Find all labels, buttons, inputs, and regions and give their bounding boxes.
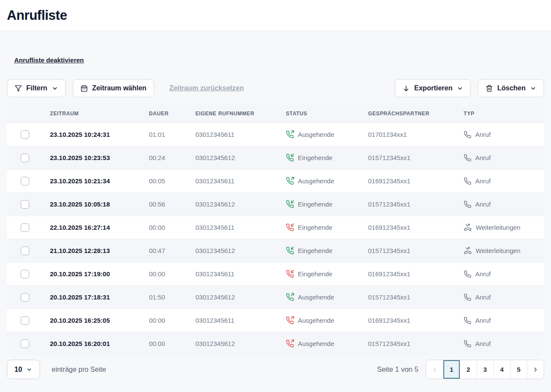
delete-button[interactable]: Löschen	[478, 79, 544, 97]
row-select-cell	[7, 340, 50, 348]
row-checkbox[interactable]	[21, 270, 29, 278]
cell-gespraechspartner: 015712345xx1	[368, 201, 464, 208]
row-select-cell	[7, 177, 50, 185]
top-header-bar: Anrufliste	[0, 0, 551, 31]
pagination-page-5[interactable]: 5	[510, 360, 527, 379]
calendar-icon	[80, 85, 88, 92]
phone-incoming-icon	[286, 154, 294, 162]
row-checkbox[interactable]	[21, 130, 29, 139]
column-header-status: STATUS	[286, 111, 368, 117]
cell-typ: Anruf	[464, 131, 544, 139]
row-select-cell	[7, 270, 50, 278]
cell-status: Ausgehende	[286, 340, 368, 348]
cell-status: Eingehende	[286, 270, 368, 278]
cell-typ: Anruf	[464, 154, 544, 162]
chevron-down-icon	[26, 367, 32, 373]
filter-button-label: Filtern	[26, 84, 47, 92]
phone-outgoing-icon	[286, 293, 294, 301]
page-number-label: 1	[450, 366, 453, 373]
pagination-next-button[interactable]	[527, 360, 544, 379]
pagination-prev-button[interactable]	[426, 360, 443, 379]
table-footer-bar: 10 einträge pro Seite Seite 1 von 5 1234…	[7, 360, 544, 388]
row-select-cell	[7, 130, 50, 139]
deactivate-call-list-link[interactable]: Anrufliste deaktivieren	[14, 56, 84, 64]
typ-label: Anruf	[475, 154, 491, 161]
pagination-page-1[interactable]: 1	[443, 360, 460, 379]
row-checkbox[interactable]	[21, 247, 29, 255]
status-label: Eingehende	[298, 224, 332, 231]
cell-zeitraum: 21.10.2025 12:28:13	[50, 247, 149, 254]
phone-icon	[464, 293, 471, 301]
typ-label: Anruf	[475, 317, 491, 324]
table-row: 23.10.2025 10:23:5300:2403012345612Einge…	[7, 146, 544, 169]
cell-status: Ausgehende	[286, 293, 368, 301]
table-row: 23.10.2025 10:05:1800:5603012345612Einge…	[7, 192, 544, 216]
cell-status: Eingehende	[286, 154, 368, 162]
cell-dauer: 01:50	[149, 293, 195, 301]
phone-icon	[464, 270, 471, 278]
download-arrow-icon	[402, 85, 410, 92]
page-number-label: 2	[467, 366, 470, 373]
column-header-eigene-rufnummer: EIGENE RUFNUMMER	[195, 111, 286, 117]
chevron-down-icon	[457, 85, 463, 92]
export-button[interactable]: Exportieren	[395, 79, 471, 97]
page-info-text: Seite 1 von 5	[377, 365, 418, 373]
pagination-page-3[interactable]: 3	[477, 360, 493, 379]
pagination-page-2[interactable]: 2	[460, 360, 477, 379]
cell-dauer: 01:01	[149, 131, 195, 138]
phone-icon	[464, 154, 471, 162]
date-range-button[interactable]: Zeitraum wählen	[73, 79, 154, 97]
row-checkbox[interactable]	[21, 293, 29, 302]
row-checkbox[interactable]	[21, 316, 29, 325]
typ-label: Weiterleitungen	[476, 247, 520, 254]
column-header-zeitraum: ZEITRAUM	[50, 111, 149, 117]
status-label: Eingehende	[298, 154, 332, 161]
pagination-page-4[interactable]: 4	[493, 360, 510, 379]
cell-typ: Anruf	[464, 201, 544, 208]
entries-per-page-select[interactable]: 10	[7, 360, 40, 379]
status-label: Ausgehende	[298, 177, 334, 185]
phone-incoming-icon	[286, 270, 294, 278]
status-label: Ausgehende	[298, 293, 334, 301]
row-select-cell	[7, 316, 50, 325]
cell-dauer: 00:05	[149, 177, 195, 185]
cell-gespraechspartner: 015712345xx1	[368, 154, 464, 161]
cell-eigene-rufnummer: 03012345612	[195, 154, 286, 161]
typ-label: Anruf	[475, 340, 491, 347]
table-body: 23.10.2025 10:24:3101:0103012345611Ausge…	[7, 123, 544, 355]
date-range-button-label: Zeitraum wählen	[92, 84, 146, 92]
pagination: 12345	[426, 360, 544, 379]
main-content: Anrufliste deaktivieren Filtern Zeitraum…	[0, 31, 551, 388]
row-select-cell	[7, 223, 50, 232]
status-label: Ausgehende	[298, 340, 334, 347]
cell-status: Ausgehende	[286, 130, 368, 139]
row-checkbox[interactable]	[21, 177, 29, 185]
status-label: Eingehende	[298, 201, 332, 208]
cell-status: Ausgehende	[286, 177, 368, 185]
status-label: Ausgehende	[298, 131, 334, 138]
row-checkbox[interactable]	[21, 340, 29, 348]
phone-incoming-icon	[286, 247, 294, 255]
cell-status: Eingehende	[286, 247, 368, 255]
funnel-icon	[15, 85, 22, 92]
row-checkbox[interactable]	[21, 154, 29, 162]
phone-forwarded-icon	[464, 247, 472, 255]
typ-label: Weiterleitungen	[476, 224, 520, 231]
cell-zeitraum: 23.10.2025 10:23:53	[50, 154, 149, 161]
table-row: 23.10.2025 10:21:3400:0503012345611Ausge…	[7, 169, 544, 192]
table-row: 20.10.2025 16:25:0500:0003012345611Ausge…	[7, 309, 544, 332]
cell-status: Eingehende	[286, 223, 368, 231]
page-number-label: 4	[500, 366, 504, 373]
status-label: Ausgehende	[298, 317, 334, 324]
table-header-row: ZEITRAUM DAUER EIGENE RUFNUMMER STATUS G…	[7, 105, 544, 123]
reset-date-range-link[interactable]: Zeitraum zurücksetzen	[169, 84, 244, 92]
cell-zeitraum: 23.10.2025 10:24:31	[50, 131, 149, 138]
page-number-label: 5	[517, 366, 520, 373]
call-list-table: ZEITRAUM DAUER EIGENE RUFNUMMER STATUS G…	[7, 105, 544, 355]
row-checkbox[interactable]	[21, 200, 29, 209]
row-checkbox[interactable]	[21, 223, 29, 232]
phone-icon	[464, 340, 471, 348]
filter-button[interactable]: Filtern	[7, 79, 66, 97]
cell-zeitraum: 23.10.2025 10:21:34	[50, 177, 149, 185]
cell-zeitraum: 23.10.2025 10:05:18	[50, 201, 149, 208]
